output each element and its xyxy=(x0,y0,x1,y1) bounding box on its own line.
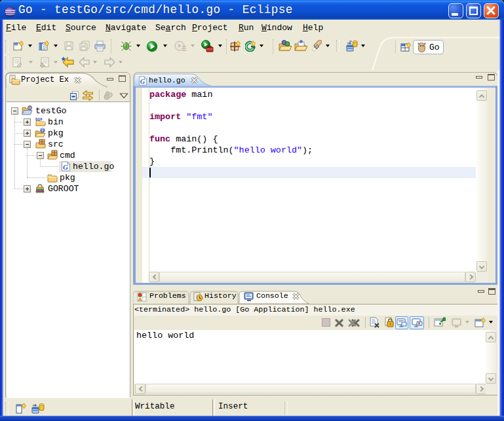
svg-text:G: G xyxy=(140,78,145,85)
svg-text:010: 010 xyxy=(35,117,43,121)
svg-text:G: G xyxy=(63,163,68,171)
